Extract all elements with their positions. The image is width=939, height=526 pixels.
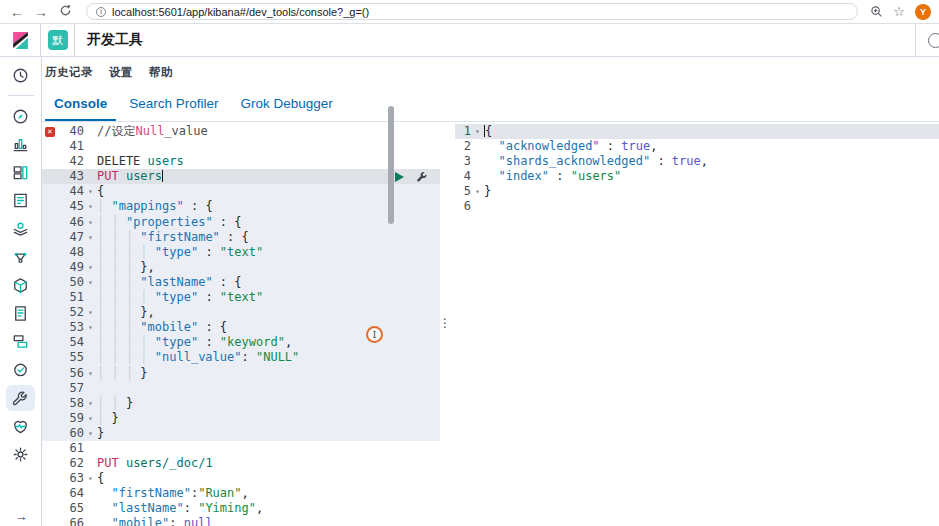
address-bar[interactable]: i localhost:5601/app/kibana#/dev_tools/c…	[86, 3, 858, 20]
browser-profile-avatar[interactable]: Y	[915, 4, 931, 20]
code-line[interactable]: 50▾│ │ │ "lastName" : {	[42, 275, 440, 290]
line-number: 6	[455, 199, 471, 214]
sidebar-item-recent[interactable]	[0, 61, 42, 89]
space-selector-badge[interactable]: 默	[48, 30, 68, 50]
line-number: 64	[58, 486, 84, 501]
sidebar-item-dashboard[interactable]	[0, 159, 42, 187]
sidebar-item-maps[interactable]	[0, 215, 42, 243]
sidebar-item-apm[interactable]	[0, 328, 42, 356]
code-line[interactable]: 45▾│ "mappings" : {	[42, 199, 440, 214]
code-line[interactable]: 66 "mobile": null	[42, 516, 440, 526]
fold-toggle-icon	[471, 139, 484, 154]
code-line[interactable]: 43PUT users	[42, 169, 440, 184]
code-line[interactable]: 1▾{	[455, 124, 939, 139]
sidebar-item-machine-learning[interactable]	[0, 243, 42, 271]
bookmark-star-icon[interactable]: ☆	[893, 5, 905, 18]
code-line[interactable]: 41	[42, 139, 440, 154]
line-number: 48	[58, 245, 84, 260]
sidebar-item-monitoring[interactable]	[0, 412, 42, 440]
dev-tools-main: 历史记录设置帮助 ConsoleSearch ProfilerGrok Debu…	[42, 57, 939, 122]
code-line[interactable]: 3 "shards_acknowledged" : true,	[455, 154, 939, 169]
code-line[interactable]: 46▾│ │ "properties" : {	[42, 215, 440, 230]
fold-toggle-icon[interactable]: ▾	[84, 426, 97, 441]
code-line[interactable]: 63▾{	[42, 471, 440, 486]
code-line[interactable]: 44▾{	[42, 184, 440, 199]
code-line[interactable]: 5▾}	[455, 184, 939, 199]
editor-scrollbar[interactable]	[388, 106, 394, 224]
code-line[interactable]: 47▾│ │ │ "firstName" : {	[42, 230, 440, 245]
fold-toggle-icon[interactable]: ▾	[84, 366, 97, 381]
panel-resize-handle[interactable]: ⋮	[439, 320, 451, 327]
sidebar-item-dev-tools[interactable]	[0, 384, 42, 412]
browser-reload-button[interactable]	[56, 4, 74, 19]
code-line[interactable]: 4 "index" : "users"	[455, 169, 939, 184]
code-line[interactable]: 60▾}	[42, 426, 440, 441]
fold-toggle-icon[interactable]: ▾	[471, 184, 484, 199]
console-menu-item[interactable]: 历史记录	[45, 65, 93, 80]
code-line[interactable]: 6	[455, 199, 939, 214]
console-response-panel[interactable]: 1▾{2 "acknowledged" : true,3 "shards_ack…	[455, 122, 939, 526]
code-line[interactable]: 55│ │ │ │ "null_value": "NULL"	[42, 350, 440, 365]
kibana-dev-tools-screen: ← → i localhost:5601/app/kibana#/dev_too…	[0, 0, 939, 526]
console-menu-item[interactable]: 设置	[109, 65, 133, 80]
fold-toggle-icon[interactable]: ▾	[84, 471, 97, 486]
tab-console[interactable]: Console	[45, 87, 116, 121]
code-line[interactable]: 2 "acknowledged" : true,	[455, 139, 939, 154]
sidebar-collapse-arrow-icon[interactable]: →	[0, 509, 42, 524]
code-line[interactable]: 51│ │ │ │ "type" : "text"	[42, 290, 440, 305]
fold-toggle-icon	[84, 350, 97, 365]
zoom-page-icon[interactable]	[870, 5, 883, 18]
code-line[interactable]: 65 "lastName": "Yiming",	[42, 501, 440, 516]
code-line[interactable]: 59▾│ }	[42, 411, 440, 426]
code-line[interactable]: ✕40//设定Null_value	[42, 124, 440, 139]
code-line[interactable]: 64 "firstName":"Ruan",	[42, 486, 440, 501]
fold-toggle-icon[interactable]: ▾	[84, 396, 97, 411]
newsfeed-icon[interactable]	[928, 33, 939, 48]
fold-toggle-icon[interactable]: ▾	[84, 275, 97, 290]
tab-grok-debugger[interactable]: Grok Debugger	[232, 87, 342, 121]
code-line[interactable]: 61	[42, 441, 440, 456]
sidebar-item-discover[interactable]	[0, 102, 42, 130]
fold-toggle-icon[interactable]: ▾	[84, 199, 97, 214]
code-line[interactable]: 52▾│ │ │ },	[42, 305, 440, 320]
sidebar-item-management[interactable]	[0, 440, 42, 468]
line-number: 41	[58, 139, 84, 154]
dashboard-icon	[11, 163, 30, 182]
fold-toggle-icon[interactable]: ▾	[84, 230, 97, 245]
request-options-wrench-icon[interactable]	[416, 171, 428, 183]
console-editor-panel[interactable]: ✕40//设定Null_value4142DELETE users43PUT u…	[42, 122, 440, 526]
tab-search-profiler[interactable]: Search Profiler	[120, 87, 227, 121]
fold-toggle-icon[interactable]: ▾	[84, 320, 97, 335]
fold-toggle-icon[interactable]: ▾	[84, 184, 97, 199]
browser-back-button[interactable]: ←	[8, 5, 26, 19]
code-line[interactable]: 57	[42, 381, 440, 396]
fold-toggle-icon[interactable]: ▾	[84, 411, 97, 426]
code-line[interactable]: 62PUT users/_doc/1	[42, 456, 440, 471]
fold-toggle-icon[interactable]: ▾	[471, 124, 484, 139]
fold-toggle-icon[interactable]: ▾	[84, 305, 97, 320]
fold-toggle-icon[interactable]: ▾	[84, 215, 97, 230]
console-menu-item[interactable]: 帮助	[149, 65, 173, 80]
line-number: 3	[455, 154, 471, 169]
line-number: 45	[58, 199, 84, 214]
fold-toggle-icon[interactable]: ▾	[84, 260, 97, 275]
code-line[interactable]: 49▾│ │ │ },	[42, 260, 440, 275]
code-line[interactable]: 58▾│ │ }	[42, 396, 440, 411]
line-number: 66	[58, 516, 84, 526]
sidebar-item-uptime[interactable]	[0, 356, 42, 384]
browser-forward-button[interactable]: →	[32, 5, 50, 19]
code-text: PUT users	[97, 169, 163, 184]
fold-toggle-icon	[84, 245, 97, 260]
sidebar-item-logs[interactable]	[0, 300, 42, 328]
sidebar-item-visualize[interactable]	[0, 130, 42, 158]
sidebar-item-infrastructure[interactable]	[0, 271, 42, 299]
send-request-button[interactable]	[395, 172, 404, 182]
site-info-icon[interactable]: i	[96, 7, 106, 17]
sidebar-item-canvas[interactable]	[0, 187, 42, 215]
machine-learning-icon	[11, 248, 30, 267]
code-line[interactable]: 42DELETE users	[42, 154, 440, 169]
line-number: 59	[58, 411, 84, 426]
code-text: PUT users/_doc/1	[97, 456, 213, 471]
code-line[interactable]: 48│ │ │ │ "type" : "text"	[42, 245, 440, 260]
code-line[interactable]: 56▾│ │ │ }	[42, 366, 440, 381]
